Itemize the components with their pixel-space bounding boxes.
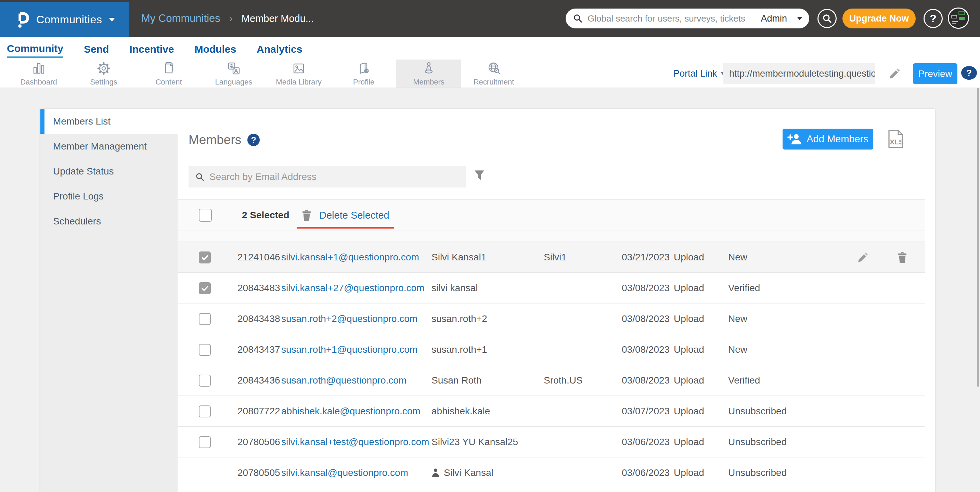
table-row: 21241046 silvi.kansal+1@questionpro.com …: [178, 242, 925, 273]
row-checkbox[interactable]: [199, 436, 211, 448]
member-status: Verified: [728, 273, 760, 303]
member-date: 03/08/2023: [622, 334, 670, 365]
member-id: 20807722: [237, 396, 280, 426]
member-source: Upload: [674, 273, 704, 303]
row-checkbox[interactable]: [199, 375, 211, 387]
toolbar-item-media-library[interactable]: Media Library: [266, 59, 331, 88]
member-date: 03/21/2023: [622, 242, 670, 272]
member-last-name: Sroth.US: [544, 365, 583, 395]
member-date: 03/07/2023: [622, 396, 670, 426]
toolbar-item-content[interactable]: Content: [136, 59, 201, 88]
divider: [792, 12, 792, 25]
member-source: Upload: [674, 427, 704, 457]
tab-community[interactable]: Community: [7, 39, 63, 58]
member-email-link[interactable]: susan.roth@questionpro.com: [281, 365, 407, 395]
document-icon: [161, 61, 176, 76]
member-email-link[interactable]: silvi.kansal+27@questionpro.com: [281, 273, 424, 303]
filter-funnel-icon[interactable]: [474, 170, 485, 182]
toolbar-item-recruitment[interactable]: Recruitment: [461, 59, 526, 88]
member-first-name: Susan Roth: [431, 365, 482, 395]
member-search-input[interactable]: [209, 171, 466, 182]
select-all-checkbox[interactable]: [199, 209, 212, 222]
portal-url-field[interactable]: [723, 63, 875, 84]
member-email-link[interactable]: susan.roth+2@questionpro.com: [281, 304, 417, 334]
upgrade-now-button[interactable]: Upgrade Now: [842, 8, 916, 29]
sidebar-item-member-management[interactable]: Member Management: [40, 134, 178, 159]
person-icon: [431, 468, 440, 478]
row-checkbox[interactable]: [199, 252, 211, 263]
member-email-link[interactable]: silvi.kansal+1@questionpro.com: [281, 242, 419, 272]
member-email-link[interactable]: silvi.kansal@questionpro.com: [281, 457, 408, 488]
person-icon: [421, 61, 436, 76]
member-email-link[interactable]: susan.roth+1@questionpro.com: [281, 334, 417, 365]
globe-search-icon: [486, 61, 501, 76]
members-sidebar: Members List Member Management Update St…: [40, 109, 178, 492]
sidebar-item-profile-logs[interactable]: Profile Logs: [40, 184, 178, 209]
selection-toolbar: 2 Selected Delete Selected: [178, 199, 925, 231]
sidebar-item-members-list[interactable]: Members List: [40, 109, 178, 134]
questionpro-p-icon: [16, 10, 29, 29]
member-status: New: [728, 334, 747, 365]
header-search-button[interactable]: [818, 9, 837, 28]
portal-help-icon[interactable]: ?: [961, 66, 977, 80]
members-help-icon[interactable]: ?: [247, 134, 260, 146]
member-date: 03/06/2023: [622, 427, 670, 457]
member-status: Unsubscribed: [728, 457, 787, 488]
delete-selected-button[interactable]: Delete Selected: [297, 200, 394, 231]
member-id: 20780506: [237, 427, 280, 457]
sidebar-item-schedulers[interactable]: Schedulers: [40, 209, 178, 234]
search-scope-label[interactable]: Admin: [760, 13, 787, 24]
row-checkbox[interactable]: [199, 344, 211, 356]
table-row: 20843437 susan.roth+1@questionpro.com su…: [178, 334, 925, 365]
toolbar-item-settings[interactable]: Settings: [71, 59, 136, 88]
toolbar-item-languages[interactable]: Languages: [201, 59, 266, 88]
member-status: Verified: [728, 365, 760, 395]
member-first-name: susan.roth+2: [431, 304, 487, 334]
primary-nav: Community Send Incentive Modules Analyti…: [0, 37, 980, 59]
image-icon: [291, 61, 306, 76]
person-plus-icon: [788, 134, 802, 145]
member-id: 20843436: [237, 365, 280, 395]
members-card: Members List Member Management Update St…: [40, 109, 935, 492]
product-switcher[interactable]: Communities: [0, 2, 129, 37]
toolbar-item-profile[interactable]: Profile: [331, 59, 396, 88]
member-date: 03/08/2023: [622, 273, 670, 303]
avatar[interactable]: [948, 8, 969, 29]
row-checkbox[interactable]: [199, 313, 211, 325]
xls-file-icon[interactable]: XLS: [886, 129, 904, 148]
tab-modules[interactable]: Modules: [194, 39, 236, 57]
global-search-input[interactable]: [587, 13, 756, 24]
row-checkbox[interactable]: [199, 282, 211, 294]
breadcrumb-separator: ›: [229, 13, 233, 24]
page-title: Members ?: [189, 133, 260, 147]
edit-portal-url-button[interactable]: [888, 67, 901, 80]
member-id: 20843437: [237, 334, 280, 365]
member-status: Unsubscribed: [728, 427, 787, 457]
toolbar-item-dashboard[interactable]: Dashboard: [6, 59, 71, 88]
member-source: Upload: [674, 334, 704, 365]
breadcrumb-parent-link[interactable]: My Communities: [141, 12, 220, 25]
tab-incentive[interactable]: Incentive: [129, 39, 174, 57]
preview-button[interactable]: Preview: [913, 63, 958, 84]
member-search-box: [189, 166, 466, 188]
sidebar-item-update-status[interactable]: Update Status: [40, 159, 178, 184]
row-checkbox[interactable]: [199, 406, 211, 417]
top-header-bar: Communities My Communities › Member Modu…: [0, 0, 980, 37]
member-source: Upload: [674, 365, 704, 395]
tab-analytics[interactable]: Analytics: [257, 39, 302, 57]
portal-link-dropdown[interactable]: Portal Link: [673, 59, 725, 88]
chevron-down-icon: [109, 18, 115, 22]
member-email-link[interactable]: silvi.kansal+test@questionpro.com: [281, 427, 429, 457]
delete-member-button[interactable]: [897, 252, 907, 263]
global-search[interactable]: Admin: [566, 8, 809, 29]
member-email-link[interactable]: abhishek.kale@questionpro.com: [281, 396, 420, 426]
edit-member-button[interactable]: [857, 251, 869, 263]
add-members-button[interactable]: Add Members: [783, 129, 873, 150]
search-scope-dropdown-icon[interactable]: [797, 17, 802, 20]
toolbar-item-members[interactable]: Members: [396, 59, 461, 88]
member-first-name: susan.roth+1: [431, 334, 487, 365]
tab-send[interactable]: Send: [84, 39, 109, 57]
help-button[interactable]: ?: [924, 9, 943, 28]
member-first-name: silvi kansal: [431, 273, 478, 303]
window-scrollbar[interactable]: [977, 62, 979, 387]
